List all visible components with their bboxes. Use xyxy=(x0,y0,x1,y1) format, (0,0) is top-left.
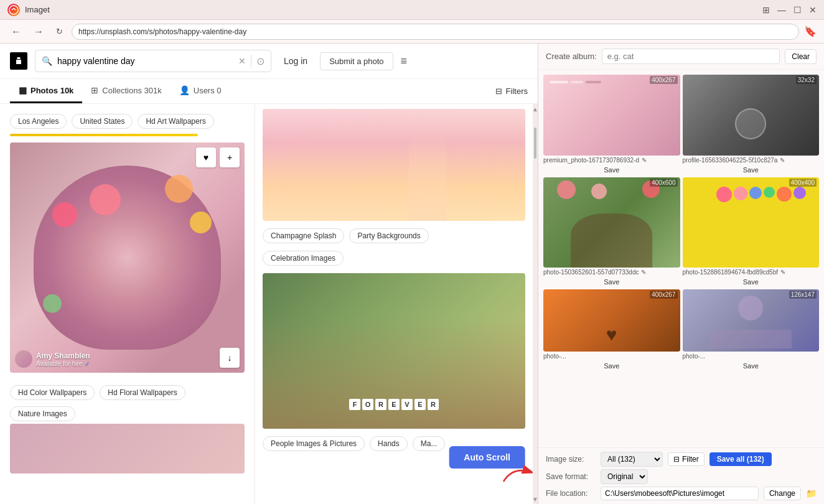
file-location-row: File location: Change 📁 xyxy=(546,487,817,500)
nature-tag-row: Nature Images xyxy=(10,405,245,424)
panel-row-2: 400x600 photo-1503652601-557d07733ddc ✎ … xyxy=(543,177,819,287)
auto-scroll-container: Auto Scroll xyxy=(263,459,525,481)
panel-image-1[interactable]: 400x267 premium_photo-1671730786932-d ✎ … xyxy=(543,75,680,175)
download-button[interactable]: ↓ xyxy=(220,348,240,368)
panel-image-5-filename: photo-... xyxy=(543,352,680,361)
edit-icon-4[interactable]: ✎ xyxy=(780,269,785,276)
title-bar: Imaget ⊞ — ☐ ✕ xyxy=(0,0,824,20)
bookmark-icon[interactable]: 🔖 xyxy=(804,26,817,37)
tag-hd-floral[interactable]: Hd Floral Wallpapers xyxy=(100,385,185,400)
scrollbar-track[interactable]: ▲ ▼ xyxy=(533,104,538,504)
login-button[interactable]: Log in xyxy=(279,56,312,66)
tag-hd-color[interactable]: Hd Color Wallpapers xyxy=(10,385,95,400)
author-avatar xyxy=(15,350,32,368)
refresh-button[interactable]: ↻ xyxy=(52,26,67,37)
window-controls[interactable]: ⊞ — ☐ ✕ xyxy=(762,5,817,15)
tab-photos-label: Photos 10k xyxy=(30,86,73,95)
panel-image-3-size: 400x600 xyxy=(650,179,677,187)
hamburger-icon[interactable]: ≡ xyxy=(401,55,408,68)
album-bar: Create album: Clear xyxy=(538,44,824,70)
filters-button[interactable]: ⊟ Filters xyxy=(495,86,528,96)
image-size-select[interactable]: All (132) Small Medium Large xyxy=(601,452,663,467)
search-input[interactable] xyxy=(57,56,233,66)
change-button[interactable]: Change xyxy=(764,487,801,500)
panel-image-2-save[interactable]: Save xyxy=(683,165,820,175)
like-button[interactable]: ♥ xyxy=(196,147,216,167)
panel-image-5-save[interactable]: Save xyxy=(543,361,680,371)
tag-celebration-images[interactable]: Celebration Images xyxy=(263,251,344,266)
close-button[interactable]: ✕ xyxy=(809,5,817,15)
scrollbar-thumb[interactable] xyxy=(534,128,536,159)
panel-image-2-size: 32x32 xyxy=(796,76,817,84)
panel-image-5[interactable]: ♥ 400x267 photo-... Save xyxy=(543,289,680,371)
collections-tab-icon: ⊞ xyxy=(91,85,98,95)
back-button[interactable]: ← xyxy=(7,25,25,39)
small-preview-image[interactable] xyxy=(10,424,245,474)
panel-image-1-filename: premium_photo-1671730786932-d ✎ xyxy=(543,156,680,165)
photos-tab-icon: ▦ xyxy=(19,85,27,95)
submit-photo-button[interactable]: Submit a photo xyxy=(320,52,393,70)
search-divider xyxy=(251,55,251,67)
tag-champagne-splash[interactable]: Champagne Splash xyxy=(263,228,344,243)
app-logo xyxy=(7,4,20,16)
search-box: 🔍 ✕ ⊙ xyxy=(35,50,271,72)
right-panel: Create album: Clear xyxy=(538,44,824,504)
panel-image-2-filename: profile-1656336046225-5f10c827a ✎ xyxy=(683,156,820,165)
edit-icon-2[interactable]: ✎ xyxy=(780,157,785,164)
save-format-select[interactable]: Original JPEG PNG WebP xyxy=(601,469,648,484)
filter-small-button[interactable]: ⊟ Filter xyxy=(668,452,705,466)
clear-button[interactable]: Clear xyxy=(785,49,817,64)
add-to-collection-button[interactable]: + xyxy=(220,147,240,167)
panel-image-3[interactable]: 400x600 photo-1503652601-557d07733ddc ✎ … xyxy=(543,177,680,287)
panel-image-6[interactable]: 126x147 photo-... Save xyxy=(683,289,820,371)
panel-image-6-size: 126x147 xyxy=(789,291,817,299)
file-location-input[interactable] xyxy=(601,487,759,500)
album-input[interactable] xyxy=(602,49,780,64)
panel-image-3-save[interactable]: Save xyxy=(543,277,680,287)
tab-users[interactable]: 👤 Users 0 xyxy=(171,79,230,103)
clear-search-icon[interactable]: ✕ xyxy=(238,56,246,66)
champagne-image-card[interactable] xyxy=(263,109,525,221)
panel-image-6-save[interactable]: Save xyxy=(683,361,820,371)
panel-image-1-save[interactable]: Save xyxy=(543,165,680,175)
tab-users-label: Users 0 xyxy=(194,86,222,95)
panel-image-4[interactable]: 400x400 photo-1528861894674-fbd89cd5bf ✎… xyxy=(683,177,820,287)
menu-icon[interactable]: ⊞ xyxy=(762,5,770,15)
filters-label: Filters xyxy=(506,86,528,96)
panel-image-2[interactable]: 32x32 profile-1656336046225-5f10c827a ✎ … xyxy=(683,75,820,175)
tag-ma[interactable]: Ma... xyxy=(413,436,446,451)
filter-small-label: Filter xyxy=(682,455,699,464)
edit-icon[interactable]: ✎ xyxy=(642,157,647,164)
folder-icon[interactable]: 📁 xyxy=(806,488,817,498)
tag-party-backgrounds[interactable]: Party Backgrounds xyxy=(349,228,428,243)
edit-icon-3[interactable]: ✎ xyxy=(641,269,646,276)
panel-row-1: 400x267 premium_photo-1671730786932-d ✎ … xyxy=(543,75,819,175)
maximize-button[interactable]: ☐ xyxy=(794,5,802,15)
tag-hd-art[interactable]: Hd Art Wallpapers xyxy=(138,114,213,129)
tag-nature-images[interactable]: Nature Images xyxy=(10,406,75,421)
tag-los-angeles[interactable]: Los Angeles xyxy=(10,114,67,129)
left-column: Los Angeles United States Hd Art Wallpap… xyxy=(0,104,255,504)
filter-small-icon: ⊟ xyxy=(673,455,680,464)
flower-image-card[interactable]: ♥ + Amy Shamblen Available for hire ✓ xyxy=(10,142,245,373)
scrollbar-up[interactable]: ▲ xyxy=(533,104,538,114)
forever-hands-card[interactable]: F O R E V E R xyxy=(263,273,525,429)
card-author: Amy Shamblen Available for hire ✓ xyxy=(15,350,90,368)
url-input[interactable] xyxy=(72,24,799,40)
tab-photos[interactable]: ▦ Photos 10k xyxy=(10,79,82,103)
tag-hands[interactable]: Hands xyxy=(370,436,408,451)
camera-search-icon[interactable]: ⊙ xyxy=(256,55,265,67)
forward-button[interactable]: → xyxy=(30,25,47,39)
panel-image-4-save[interactable]: Save xyxy=(683,277,820,287)
scrollbar-down[interactable]: ▼ xyxy=(533,494,538,504)
tab-collections-label: Collections 301k xyxy=(102,86,161,95)
tag-united-states[interactable]: United States xyxy=(72,114,133,129)
author-subtitle-text: Available for hire xyxy=(36,360,82,367)
tag-people-images[interactable]: People Images & Pictures xyxy=(263,436,365,451)
author-name: Amy Shamblen xyxy=(36,352,90,360)
tab-collections[interactable]: ⊞ Collections 301k xyxy=(82,79,170,103)
panel-image-3-filename: photo-1503652601-557d07733ddc ✎ xyxy=(543,268,680,277)
minimize-button[interactable]: — xyxy=(777,5,786,15)
active-indicator xyxy=(10,134,198,136)
save-all-button[interactable]: Save all (132) xyxy=(709,452,772,466)
